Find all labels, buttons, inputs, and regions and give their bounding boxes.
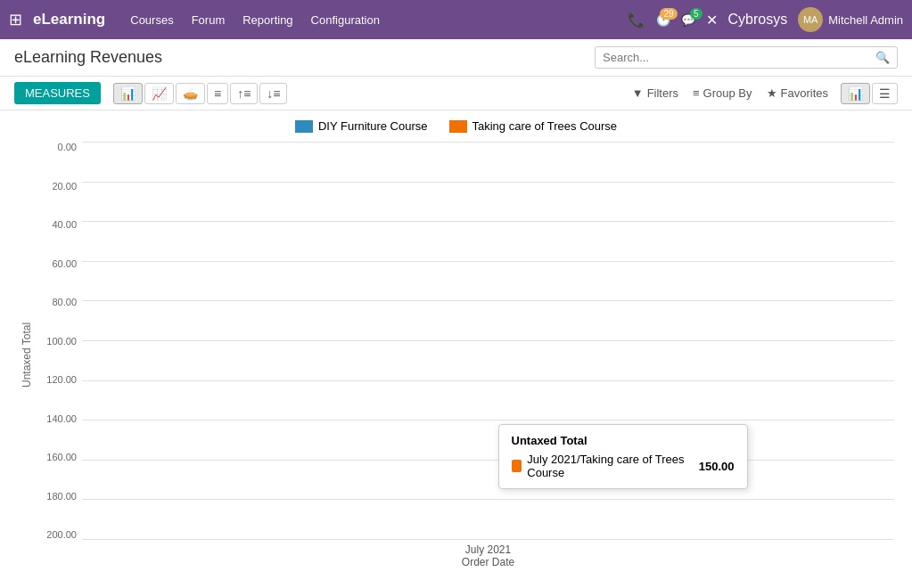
x-axis-title: Order Date xyxy=(39,556,894,568)
y-ticks: 200.00 180.00 160.00 140.00 120.00 100.0… xyxy=(39,142,82,540)
menu-forum[interactable]: Forum xyxy=(192,13,226,27)
y-tick-20: 20.00 xyxy=(39,181,77,192)
phone-icon[interactable]: 📞 xyxy=(628,12,645,29)
bars-row: Untaxed Total July 2021/Taking care of T… xyxy=(82,142,894,540)
pie-chart-button[interactable]: 🥧 xyxy=(176,83,205,104)
notifications-count: 29 xyxy=(660,8,677,20)
page-title: eLearning Revenues xyxy=(14,48,595,67)
y-tick-100: 100.00 xyxy=(39,336,77,347)
chart-grid: 200.00 180.00 160.00 140.00 120.00 100.0… xyxy=(39,142,894,540)
legend-item-diy: DIY Furniture Course xyxy=(295,119,428,133)
tooltip-dot xyxy=(512,460,522,472)
menu-courses[interactable]: Courses xyxy=(130,13,173,27)
secondary-bar: eLearning Revenues 🔍 xyxy=(0,39,912,77)
chart-inner: 200.00 180.00 160.00 140.00 120.00 100.0… xyxy=(39,142,894,568)
search-icon: 🔍 xyxy=(875,51,890,64)
tooltip-title: Untaxed Total xyxy=(512,434,735,447)
close-icon[interactable]: ✕ xyxy=(706,12,718,29)
ascending-button[interactable]: ↑≡ xyxy=(230,83,258,104)
avatar: MA xyxy=(798,7,823,32)
y-tick-120: 120.00 xyxy=(39,374,77,385)
y-tick-160: 160.00 xyxy=(39,452,77,462)
star-icon: ★ xyxy=(767,86,777,100)
y-axis-label: Untaxed Total xyxy=(18,142,36,568)
menu-reporting[interactable]: Reporting xyxy=(242,13,292,27)
chart-area: Untaxed Total 200.00 180.00 160.00 140.0… xyxy=(18,142,894,568)
view-toggle-buttons: 📊 ☰ xyxy=(841,83,898,104)
messages-badge[interactable]: 💬5 xyxy=(681,13,695,27)
tooltip-row: July 2021/Taking care of Trees Course 15… xyxy=(512,453,735,479)
groupby-button[interactable]: ≡ Group By xyxy=(693,86,752,100)
measures-button[interactable]: MEASURES xyxy=(14,82,101,104)
legend-label-diy: DIY Furniture Course xyxy=(318,119,428,133)
descending-button[interactable]: ↓≡ xyxy=(259,83,287,104)
main-menu: Courses Forum Reporting Configuration xyxy=(130,13,620,27)
bar-chart-button[interactable]: 📊 xyxy=(113,83,143,104)
chart-view-button[interactable]: 📊 xyxy=(841,83,870,104)
notifications-badge[interactable]: 🕐29 xyxy=(656,13,670,27)
username: Mitchell Admin xyxy=(828,13,903,27)
messages-count: 5 xyxy=(690,8,702,20)
y-tick-40: 40.00 xyxy=(39,219,77,230)
chart-container: DIY Furniture Course Taking care of Tree… xyxy=(0,110,912,577)
top-actions: 📞 🕐29 💬5 ✕ Cybrosys MA Mitchell Admin xyxy=(628,7,904,32)
legend-color-trees xyxy=(449,120,467,133)
groupby-icon: ≡ xyxy=(693,86,700,100)
filters-button[interactable]: ▼ Filters xyxy=(632,86,678,100)
y-tick-200: 200.00 xyxy=(39,529,77,540)
chart-type-buttons: 📊 📈 🥧 ≡ ↑≡ ↓≡ xyxy=(113,83,288,104)
company-name[interactable]: Cybrosys xyxy=(728,12,788,28)
filter-icon: ▼ xyxy=(632,86,644,100)
filter-group: ▼ Filters ≡ Group By ★ Favorites xyxy=(632,86,828,100)
top-navigation: ⊞ eLearning Courses Forum Reporting Conf… xyxy=(0,0,912,39)
user-menu[interactable]: MA Mitchell Admin xyxy=(798,7,903,32)
tooltip-row-value: 150.00 xyxy=(699,460,735,473)
y-tick-60: 60.00 xyxy=(39,258,77,269)
legend-item-trees: Taking care of Trees Course xyxy=(449,119,618,133)
brand-name[interactable]: eLearning xyxy=(33,11,105,29)
toolbar: MEASURES 📊 📈 🥧 ≡ ↑≡ ↓≡ ▼ Filters ≡ Group… xyxy=(0,77,912,110)
apps-grid-icon[interactable]: ⊞ xyxy=(9,10,22,29)
legend-color-diy xyxy=(295,120,313,133)
y-tick-180: 180.00 xyxy=(39,491,77,502)
legend-label-trees: Taking care of Trees Course xyxy=(472,119,618,133)
search-input[interactable] xyxy=(603,51,875,64)
line-chart-button[interactable]: 📈 xyxy=(144,83,174,104)
favorites-button[interactable]: ★ Favorites xyxy=(767,86,828,100)
menu-configuration[interactable]: Configuration xyxy=(311,13,380,27)
chart-tooltip: Untaxed Total July 2021/Taking care of T… xyxy=(498,424,748,489)
y-tick-140: 140.00 xyxy=(39,413,77,424)
y-tick-0: 0.00 xyxy=(39,142,77,152)
list-view-button[interactable]: ☰ xyxy=(872,83,898,104)
stacked-button[interactable]: ≡ xyxy=(207,83,228,104)
y-tick-80: 80.00 xyxy=(39,297,77,307)
bars-area: Untaxed Total July 2021/Taking care of T… xyxy=(82,142,894,540)
x-tick-july: July 2021 xyxy=(465,543,511,556)
chart-legend: DIY Furniture Course Taking care of Tree… xyxy=(18,119,894,133)
tooltip-row-label: July 2021/Taking care of Trees Course xyxy=(527,453,693,479)
search-bar[interactable]: 🔍 xyxy=(595,46,898,69)
x-axis-labels: July 2021 xyxy=(39,543,894,556)
